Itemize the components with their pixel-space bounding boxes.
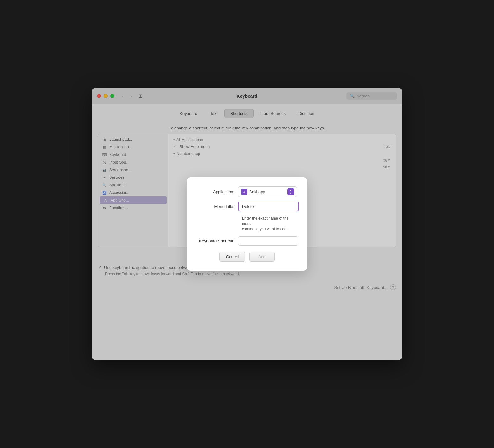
anki-logo-icon: A — [241, 189, 247, 195]
modal-dialog: Application: A Anki.app ▴ ▾ — [187, 177, 307, 270]
add-button[interactable]: Add — [249, 252, 275, 262]
application-row: Application: A Anki.app ▴ ▾ — [197, 186, 297, 197]
menu-title-label: Menu Title: — [197, 204, 238, 209]
cancel-button[interactable]: Cancel — [219, 252, 245, 262]
select-arrows-icon[interactable]: ▴ ▾ — [287, 188, 294, 195]
app-name-text: Anki.app — [249, 190, 285, 194]
application-label: Application: — [197, 190, 238, 194]
menu-title-input[interactable] — [238, 202, 299, 211]
app-icon: A — [241, 189, 247, 195]
modal-overlay: Application: A Anki.app ▴ ▾ — [92, 88, 402, 360]
main-window: ‹ › ⊞ Keyboard 🔍 Search Keyboard Text Sh… — [92, 88, 402, 360]
keyboard-shortcut-input[interactable] — [238, 236, 298, 246]
modal-buttons: Cancel Add — [197, 252, 297, 262]
menu-title-hint: Enter the exact name of the menu command… — [242, 216, 297, 232]
svg-text:A: A — [243, 190, 245, 194]
keyboard-shortcut-row: Keyboard Shortcut: — [197, 236, 297, 246]
app-select-dropdown[interactable]: A Anki.app ▴ ▾ — [238, 186, 297, 197]
menu-title-row: Menu Title: — [197, 202, 297, 211]
keyboard-shortcut-label: Keyboard Shortcut: — [197, 239, 238, 243]
